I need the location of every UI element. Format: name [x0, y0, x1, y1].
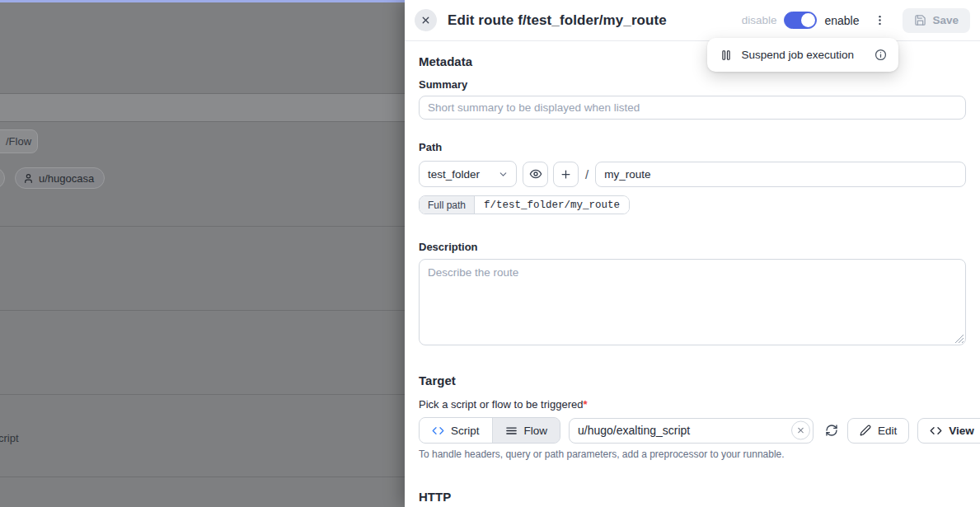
save-button[interactable]: Save — [903, 8, 970, 33]
tab-flow[interactable]: Flow — [492, 418, 560, 443]
save-icon — [914, 14, 926, 26]
header-actions: disable enable Save — [742, 8, 970, 33]
path-label: Path — [419, 141, 966, 153]
kebab-menu-icon — [874, 14, 886, 26]
top-progress-line — [0, 0, 405, 2]
picker-label: Pick a script or flow to be triggered* — [419, 398, 966, 411]
background-user-chip: u/hugocasa — [15, 167, 105, 189]
enable-toggle[interactable] — [784, 12, 817, 29]
more-options-button[interactable] — [870, 12, 889, 28]
background-row-divider — [0, 310, 405, 311]
background-cut-chip: › — [0, 167, 5, 189]
description-textarea[interactable] — [419, 259, 966, 345]
path-separator: / — [579, 167, 595, 181]
summary-label: Summary — [419, 78, 966, 91]
x-icon — [796, 426, 805, 435]
tab-flow-label: Flow — [524, 425, 548, 437]
description-label: Description — [419, 241, 966, 253]
folder-select[interactable]: test_folder — [419, 161, 517, 187]
path-row: test_folder / — [419, 161, 966, 187]
chevron-down-icon — [498, 169, 509, 180]
tab-script[interactable]: Script — [420, 418, 492, 443]
drawer-header: Edit route f/test_folder/my_route disabl… — [405, 0, 980, 41]
background-row-divider — [0, 226, 405, 227]
view-button-label: View — [949, 425, 974, 437]
edit-route-drawer: Edit route f/test_folder/my_route disabl… — [405, 0, 980, 507]
description-wrap — [419, 259, 966, 345]
script-flow-toggle-group: Script Flow — [419, 417, 560, 444]
close-button[interactable] — [415, 9, 437, 31]
edit-button-label: Edit — [878, 425, 897, 437]
dimmed-background-page: /Flow › u/hugocasa cript — [0, 0, 405, 507]
refresh-button[interactable] — [825, 424, 838, 437]
pencil-icon — [860, 425, 871, 436]
drawer-body: Metadata Summary Path test_folder / — [405, 54, 980, 507]
runnable-path-input[interactable] — [569, 418, 814, 444]
pause-icon — [720, 49, 732, 61]
required-mark: * — [583, 398, 587, 411]
toggle-off-label: disable — [742, 14, 777, 26]
background-cut-text: cript — [0, 432, 19, 444]
add-folder-button[interactable] — [553, 162, 579, 187]
view-button[interactable]: View — [917, 418, 980, 444]
code-icon — [930, 425, 942, 437]
refresh-icon — [825, 424, 838, 437]
menu-item-suspend-job[interactable]: Suspend job execution — [741, 49, 854, 61]
full-path-value: f/test_folder/my_route — [475, 196, 629, 214]
toggle-knob — [801, 13, 815, 27]
flow-chip-label: /Flow — [6, 135, 31, 148]
info-icon[interactable] — [874, 49, 887, 61]
target-row: Script Flow — [419, 417, 966, 444]
tab-script-label: Script — [451, 425, 480, 437]
preprocessor-helper-text: To handle headers, query or path paramet… — [419, 448, 966, 460]
target-heading: Target — [419, 373, 966, 387]
person-icon — [23, 173, 34, 184]
folder-select-value: test_folder — [428, 168, 480, 181]
drawer-title: Edit route f/test_folder/my_route — [448, 12, 667, 29]
code-icon — [432, 425, 444, 437]
eye-icon — [529, 167, 542, 181]
screen: /Flow › u/hugocasa cript Edit route f/te… — [0, 0, 980, 507]
toggle-on-label: enable — [824, 14, 859, 27]
picker-label-text: Pick a script or flow to be triggered — [419, 398, 583, 411]
full-path-label: Full path — [420, 196, 475, 214]
edit-button[interactable]: Edit — [847, 418, 909, 444]
resize-handle[interactable] — [955, 335, 964, 343]
route-name-input[interactable] — [595, 162, 966, 187]
clear-runnable-button[interactable] — [791, 421, 810, 440]
http-heading: HTTP — [419, 490, 966, 504]
options-menu-popover: Suspend job execution — [707, 38, 898, 72]
user-chip-label: u/hugocasa — [39, 172, 94, 185]
background-toolbar-band — [0, 93, 405, 122]
background-row-divider — [0, 394, 405, 395]
full-path-badge: Full path f/test_folder/my_route — [419, 195, 630, 214]
view-folder-button[interactable] — [523, 162, 548, 187]
runnable-path-wrap — [569, 418, 814, 444]
background-row-divider — [0, 476, 405, 477]
close-icon — [420, 15, 431, 26]
plus-icon — [560, 168, 572, 181]
flow-list-icon — [505, 425, 518, 437]
background-script-flow-filter-chip: /Flow — [0, 129, 38, 153]
save-button-label: Save — [932, 14, 959, 26]
summary-input[interactable] — [419, 96, 966, 120]
